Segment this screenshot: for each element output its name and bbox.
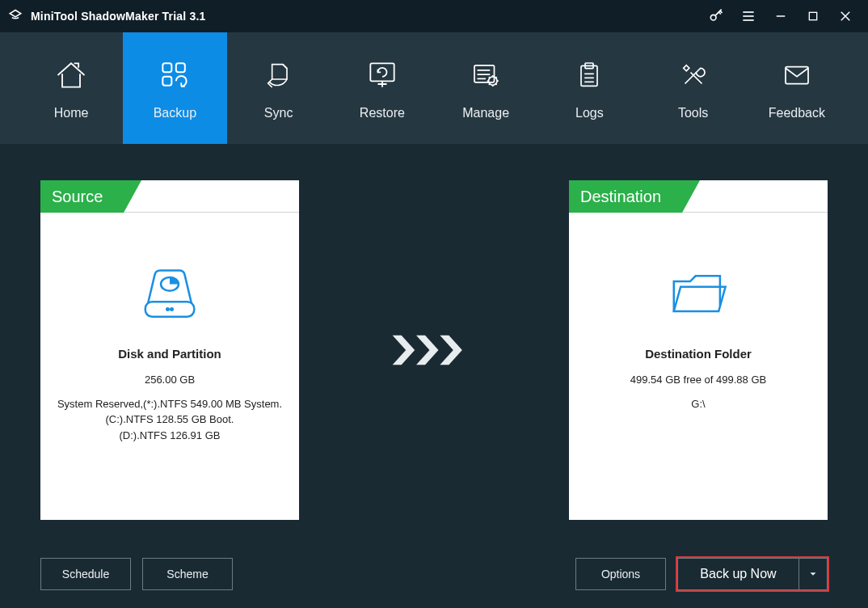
nav-manage[interactable]: Manage bbox=[434, 32, 537, 144]
bottom-bar: Schedule Scheme Options Back up Now bbox=[40, 556, 828, 592]
folder-icon bbox=[664, 264, 732, 324]
svg-point-24 bbox=[166, 308, 169, 310]
key-icon[interactable] bbox=[700, 0, 732, 32]
backup-now-split-button: Back up Now bbox=[677, 558, 828, 590]
svg-rect-22 bbox=[786, 67, 808, 84]
nav-label: Home bbox=[54, 106, 89, 120]
nav-label: Logs bbox=[575, 106, 604, 120]
options-button[interactable]: Options bbox=[575, 558, 666, 590]
navbar: Home Backup Sync bbox=[0, 32, 868, 144]
menu-icon[interactable] bbox=[732, 0, 765, 32]
panels-row: Source Disk and Partition 256.00 GB Syst… bbox=[40, 168, 828, 532]
maximize-button[interactable] bbox=[797, 0, 829, 32]
nav-tools[interactable]: Tools bbox=[642, 32, 745, 144]
source-size: 256.00 GB bbox=[145, 372, 195, 388]
disk-icon bbox=[136, 264, 204, 324]
backup-now-dropdown[interactable] bbox=[798, 558, 828, 590]
main-area: Source Disk and Partition 256.00 GB Syst… bbox=[0, 144, 868, 608]
svg-rect-9 bbox=[176, 63, 185, 72]
svg-rect-5 bbox=[809, 12, 816, 19]
nav-label: Backup bbox=[154, 106, 196, 120]
source-detail-line: (D:).NTFS 126.91 GB bbox=[120, 428, 221, 444]
bottom-right-buttons: Options Back up Now bbox=[575, 558, 828, 590]
destination-panel[interactable]: Destination Destination Folder 499.54 GB… bbox=[569, 180, 828, 520]
home-icon bbox=[52, 56, 91, 95]
source-panel-body: Disk and Partition 256.00 GB System Rese… bbox=[40, 213, 299, 520]
destination-panel-title: Destination bbox=[569, 180, 682, 213]
nav-feedback[interactable]: Feedback bbox=[745, 32, 849, 144]
nav-sync[interactable]: Sync bbox=[227, 32, 331, 144]
destination-panel-body: Destination Folder 499.54 GB free of 499… bbox=[569, 213, 828, 520]
source-panel-header: Source bbox=[40, 180, 299, 213]
restore-icon bbox=[363, 56, 402, 95]
source-title: Disk and Partition bbox=[118, 347, 221, 361]
close-button[interactable] bbox=[829, 0, 862, 32]
svg-rect-10 bbox=[163, 77, 172, 86]
app-title: MiniTool ShadowMaker Trial 3.1 bbox=[31, 10, 206, 23]
nav-logs[interactable]: Logs bbox=[537, 32, 641, 144]
arrow-separator-icon bbox=[390, 334, 478, 366]
manage-icon bbox=[466, 56, 505, 95]
backup-icon bbox=[155, 56, 194, 95]
logs-icon bbox=[570, 56, 609, 95]
nav-backup[interactable]: Backup bbox=[123, 32, 226, 144]
svg-point-25 bbox=[171, 308, 173, 310]
feedback-icon bbox=[777, 56, 816, 95]
destination-panel-header: Destination bbox=[569, 180, 828, 213]
scheme-button[interactable]: Scheme bbox=[142, 558, 233, 590]
titlebar: MiniTool ShadowMaker Trial 3.1 bbox=[0, 0, 868, 32]
source-detail-line: System Reserved,(*:).NTFS 549.00 MB Syst… bbox=[57, 396, 282, 412]
svg-rect-11 bbox=[370, 63, 394, 81]
minimize-button[interactable] bbox=[765, 0, 797, 32]
tools-icon bbox=[674, 56, 713, 95]
nav-label: Restore bbox=[360, 106, 405, 120]
nav-label: Feedback bbox=[769, 106, 825, 120]
titlebar-left: MiniTool ShadowMaker Trial 3.1 bbox=[6, 7, 206, 25]
titlebar-right bbox=[700, 0, 862, 32]
app-logo-icon bbox=[6, 7, 24, 25]
sync-icon bbox=[259, 56, 298, 95]
bottom-left-buttons: Schedule Scheme bbox=[40, 558, 233, 590]
backup-now-button[interactable]: Back up Now bbox=[677, 558, 798, 590]
nav-label: Sync bbox=[264, 106, 293, 120]
nav-restore[interactable]: Restore bbox=[331, 32, 434, 144]
destination-free-space: 499.54 GB free of 499.88 GB bbox=[630, 372, 766, 388]
nav-label: Tools bbox=[678, 106, 708, 120]
svg-point-0 bbox=[710, 15, 716, 20]
schedule-button[interactable]: Schedule bbox=[40, 558, 131, 590]
nav-label: Manage bbox=[462, 106, 509, 120]
svg-point-16 bbox=[489, 77, 498, 86]
destination-path: G:\ bbox=[691, 396, 705, 412]
svg-rect-8 bbox=[163, 63, 172, 72]
destination-title: Destination Folder bbox=[645, 347, 752, 361]
source-panel[interactable]: Source Disk and Partition 256.00 GB Syst… bbox=[40, 180, 299, 520]
source-detail-line: (C:).NTFS 128.55 GB Boot. bbox=[106, 412, 234, 428]
nav-home[interactable]: Home bbox=[19, 32, 123, 144]
source-panel-title: Source bbox=[40, 180, 124, 213]
